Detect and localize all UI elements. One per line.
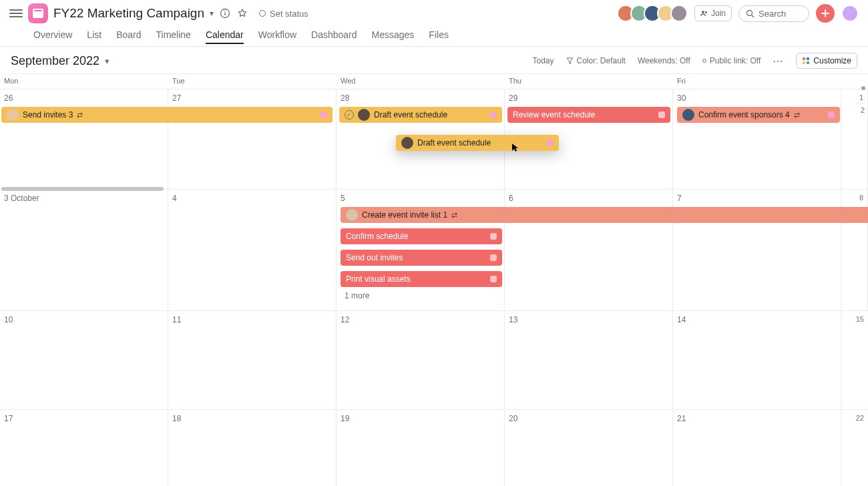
event-create-invite-list[interactable]: Create event invite list 1 ⇄ <box>341 207 868 223</box>
more-events-link[interactable]: 1 more <box>345 291 369 300</box>
event-send-invites[interactable]: Send invites 3 ⇄ <box>1 107 333 123</box>
tab-list[interactable]: List <box>87 29 101 44</box>
day-number: 14 <box>677 315 686 324</box>
calendar-cell[interactable]: 21 <box>673 410 841 486</box>
calendar-cell[interactable]: 27 <box>168 89 337 189</box>
tab-dashboard[interactable]: Dashboard <box>311 29 357 44</box>
event-title: Confirm event sponsors <box>698 110 783 119</box>
set-status-button[interactable]: Set status <box>259 9 308 19</box>
event-color-chip <box>320 111 327 118</box>
calendar-cell[interactable]: 13 <box>505 311 673 409</box>
search-placeholder: Search <box>758 9 786 19</box>
svg-point-4 <box>705 11 707 13</box>
calendar-cell-peek[interactable]: 1 2 <box>841 89 868 189</box>
month-picker[interactable]: September 2022 ▾ <box>11 54 110 68</box>
project-title[interactable]: FY22 Marketing Campaign <box>53 6 204 21</box>
calendar-cell-peek[interactable]: 15 <box>841 311 868 409</box>
assignee-avatar <box>346 209 358 221</box>
event-confirm-sponsors[interactable]: Confirm event sponsors 4 ⇄ <box>677 107 840 123</box>
event-confirm-schedule[interactable]: Confirm schedule <box>341 228 502 244</box>
customize-icon <box>802 57 810 65</box>
calendar-cell[interactable]: 17 <box>0 410 168 486</box>
cursor-icon <box>511 143 521 152</box>
customize-button[interactable]: Customize <box>796 53 857 69</box>
day-number: 27 <box>172 93 181 103</box>
day-number: 5 <box>341 194 345 203</box>
day-header: Fri <box>673 74 841 89</box>
search-icon <box>746 9 754 18</box>
project-menu-chevron[interactable]: ▾ <box>210 9 214 18</box>
event-title: Review event schedule <box>513 110 595 119</box>
people-icon <box>700 9 708 17</box>
tab-workflow[interactable]: Workflow <box>258 29 296 44</box>
day-number: 11 <box>172 315 181 324</box>
tab-overview[interactable]: Overview <box>33 29 72 44</box>
event-send-out-invites[interactable]: Send out invites <box>341 250 502 266</box>
calendar-cell[interactable]: 14 <box>673 311 841 409</box>
event-review-schedule[interactable]: Review event schedule <box>507 107 670 123</box>
avatar <box>670 5 688 22</box>
day-number: 28 <box>341 93 349 103</box>
event-color-chip <box>828 111 835 118</box>
circle-icon <box>702 59 706 63</box>
svg-rect-2 <box>224 11 225 12</box>
day-number: 7 <box>677 194 682 203</box>
set-status-label: Set status <box>270 9 308 19</box>
subtask-count: 3 <box>69 110 73 119</box>
calendar-week-row: 3 October 4 5 6 7 8 Create event invite … <box>0 190 868 311</box>
event-title: Print visual assets <box>346 274 411 284</box>
complete-check-icon[interactable]: ✓ <box>345 110 354 119</box>
calendar-cell[interactable]: 10 <box>0 311 168 409</box>
event-print-visual[interactable]: Print visual assets <box>341 271 502 287</box>
svg-rect-9 <box>803 57 805 60</box>
calendar-cell[interactable]: 12 <box>337 311 505 409</box>
svg-point-5 <box>747 10 752 15</box>
day-header: Tue <box>168 74 337 89</box>
search-input[interactable]: Search <box>738 5 809 22</box>
self-avatar[interactable] <box>841 5 859 22</box>
day-number: 12 <box>341 315 349 324</box>
create-button[interactable] <box>816 4 835 23</box>
event-color-chip <box>490 254 497 261</box>
member-avatars[interactable] <box>617 5 688 22</box>
info-icon[interactable] <box>219 7 231 19</box>
calendar-cell[interactable]: 20 <box>505 410 673 486</box>
tab-board[interactable]: Board <box>116 29 141 44</box>
svg-rect-1 <box>224 13 225 15</box>
day-number: 29 <box>509 93 517 103</box>
public-link-option[interactable]: Public link: Off <box>702 56 761 65</box>
more-options[interactable]: ⋯ <box>773 55 784 67</box>
join-button[interactable]: Join <box>694 5 732 21</box>
plus-icon <box>821 9 830 18</box>
star-icon[interactable] <box>236 7 248 19</box>
calendar-cell[interactable]: 3 October <box>0 190 168 310</box>
tab-timeline[interactable]: Timeline <box>156 29 191 44</box>
today-button[interactable]: Today <box>532 56 554 65</box>
project-icon[interactable] <box>28 3 48 23</box>
day-number: 21 <box>677 414 686 423</box>
event-drag-ghost[interactable]: Draft event schedule <box>396 135 559 151</box>
tab-calendar[interactable]: Calendar <box>206 29 244 44</box>
calendar-cell[interactable]: 19 <box>337 410 505 486</box>
calendar-cell[interactable]: 26 <box>0 89 168 189</box>
weekends-option[interactable]: Weekends: Off <box>638 56 690 65</box>
event-draft-schedule[interactable]: ✓ Draft event schedule <box>339 107 502 123</box>
calendar-cell[interactable]: 18 <box>168 410 337 486</box>
event-title: Send invites <box>23 110 66 119</box>
calendar-week-row: 26 27 28 29 30 1 2 Send invites 3 ⇄ ✓ Dr… <box>0 89 868 190</box>
tab-messages[interactable]: Messages <box>372 29 415 44</box>
calendar-cell[interactable]: 30 <box>673 89 841 189</box>
assignee-avatar <box>682 109 694 121</box>
svg-line-6 <box>752 15 754 17</box>
calendar-cell[interactable]: 4 <box>168 190 337 310</box>
tab-files[interactable]: Files <box>429 29 449 44</box>
event-color-chip <box>658 111 665 118</box>
event-color-chip <box>490 233 497 240</box>
color-option[interactable]: Color: Default <box>566 56 626 65</box>
calendar-cell-peek[interactable]: 22 <box>841 410 868 486</box>
calendar-cell[interactable]: 11 <box>168 311 337 409</box>
project-tabs: Overview List Board Timeline Calendar Wo… <box>0 27 868 47</box>
day-number: 26 <box>4 93 13 103</box>
menu-toggle[interactable] <box>9 9 23 17</box>
day-number: 10 <box>4 315 13 324</box>
